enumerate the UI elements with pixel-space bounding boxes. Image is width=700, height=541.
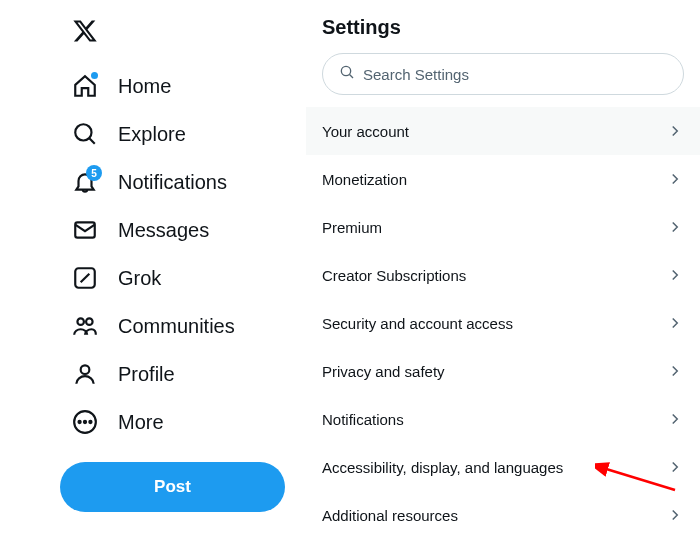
chevron-right-icon: [666, 458, 684, 476]
search-container: [306, 53, 700, 107]
sidebar-item-label: Profile: [118, 363, 175, 386]
svg-line-1: [89, 138, 94, 143]
svg-line-13: [350, 75, 353, 78]
post-button[interactable]: Post: [60, 462, 285, 512]
settings-item-monetization[interactable]: Monetization: [306, 155, 700, 203]
sidebar-item-label: More: [118, 411, 164, 434]
settings-item-label: Notifications: [322, 411, 404, 428]
sidebar-item-label: Communities: [118, 315, 235, 338]
svg-point-10: [84, 421, 86, 423]
chevron-right-icon: [666, 506, 684, 524]
mail-icon: [72, 217, 98, 243]
page-title: Settings: [306, 10, 700, 53]
sidebar-item-home[interactable]: Home: [60, 62, 183, 110]
settings-item-label: Privacy and safety: [322, 363, 445, 380]
sidebar-item-profile[interactable]: Profile: [60, 350, 187, 398]
settings-item-label: Security and account access: [322, 315, 513, 332]
chevron-right-icon: [666, 122, 684, 140]
chevron-right-icon: [666, 170, 684, 188]
profile-icon: [72, 361, 98, 387]
sidebar-item-communities[interactable]: Communities: [60, 302, 247, 350]
settings-item-privacy[interactable]: Privacy and safety: [306, 347, 700, 395]
settings-item-label: Accessibility, display, and languages: [322, 459, 563, 476]
x-logo[interactable]: [60, 8, 305, 58]
settings-item-label: Premium: [322, 219, 382, 236]
svg-point-11: [89, 421, 91, 423]
chevron-right-icon: [666, 362, 684, 380]
home-dot-indicator: [91, 72, 98, 79]
sidebar-item-label: Explore: [118, 123, 186, 146]
sidebar-item-messages[interactable]: Messages: [60, 206, 221, 254]
svg-point-12: [341, 66, 350, 75]
search-input[interactable]: [363, 66, 667, 83]
people-icon: [72, 313, 98, 339]
more-icon: [72, 409, 98, 435]
sidebar-item-grok[interactable]: Grok: [60, 254, 173, 302]
sidebar-item-label: Messages: [118, 219, 209, 242]
sidebar-item-label: Notifications: [118, 171, 227, 194]
sidebar-item-label: Home: [118, 75, 171, 98]
grok-icon: [72, 265, 98, 291]
sidebar-item-explore[interactable]: Explore: [60, 110, 198, 158]
settings-item-label: Additional resources: [322, 507, 458, 524]
chevron-right-icon: [666, 410, 684, 428]
sidebar: Home Explore 5 Notifications Messages: [0, 0, 305, 541]
settings-item-accessibility[interactable]: Accessibility, display, and languages: [306, 443, 700, 491]
settings-item-notifications[interactable]: Notifications: [306, 395, 700, 443]
home-icon: [72, 73, 98, 99]
bell-icon: 5: [72, 169, 98, 195]
svg-point-7: [81, 365, 90, 374]
search-box[interactable]: [322, 53, 684, 95]
svg-point-6: [86, 318, 93, 325]
sidebar-item-more[interactable]: More: [60, 398, 176, 446]
settings-list: Your account Monetization Premium Creato…: [306, 107, 700, 539]
search-icon: [339, 64, 355, 84]
search-icon: [72, 121, 98, 147]
settings-item-label: Your account: [322, 123, 409, 140]
settings-item-label: Creator Subscriptions: [322, 267, 466, 284]
svg-point-0: [75, 124, 91, 140]
svg-point-5: [77, 318, 84, 325]
sidebar-item-notifications[interactable]: 5 Notifications: [60, 158, 239, 206]
settings-item-creator-subscriptions[interactable]: Creator Subscriptions: [306, 251, 700, 299]
chevron-right-icon: [666, 314, 684, 332]
settings-item-security[interactable]: Security and account access: [306, 299, 700, 347]
svg-point-9: [79, 421, 81, 423]
chevron-right-icon: [666, 266, 684, 284]
settings-item-label: Monetization: [322, 171, 407, 188]
chevron-right-icon: [666, 218, 684, 236]
settings-panel: Settings Your account Monetization Premi…: [305, 0, 700, 541]
settings-item-premium[interactable]: Premium: [306, 203, 700, 251]
settings-item-additional-resources[interactable]: Additional resources: [306, 491, 700, 539]
svg-line-4: [81, 274, 90, 283]
settings-item-your-account[interactable]: Your account: [306, 107, 700, 155]
notification-badge: 5: [86, 165, 102, 181]
sidebar-item-label: Grok: [118, 267, 161, 290]
